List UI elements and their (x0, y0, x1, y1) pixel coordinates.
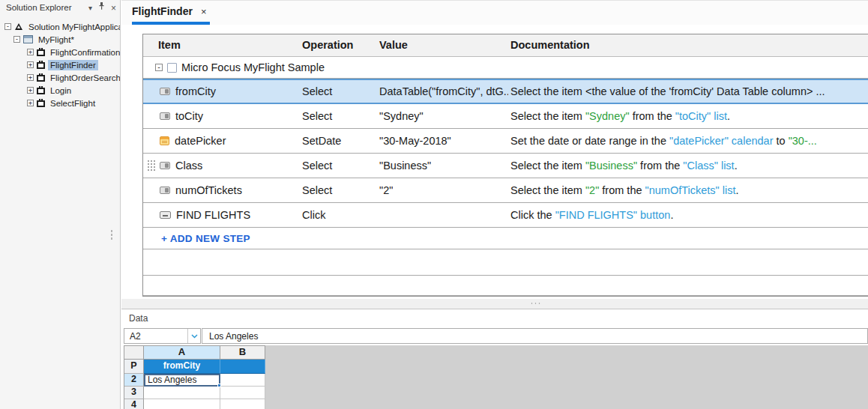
value-cell[interactable]: "Sydney" (379, 110, 424, 122)
value-cell[interactable]: "2" (379, 184, 393, 196)
tab-label: FlightFinder (132, 5, 193, 17)
sidebar-item-label[interactable]: FlightOrderSearch (48, 73, 120, 83)
sidebar-item-label[interactable]: SelectFlight (48, 98, 97, 109)
fill-handle[interactable] (217, 384, 221, 387)
step-row-fromcity[interactable]: fromCitySelectDataTable("fromCity", dtG.… (143, 79, 868, 104)
grid-cell[interactable] (144, 387, 220, 399)
solution-icon (14, 22, 23, 31)
expander-icon[interactable]: + (27, 100, 34, 106)
chevron-down-icon[interactable]: ▾ (88, 3, 92, 13)
operation-cell[interactable]: Select (302, 160, 332, 172)
select-all-corner[interactable] (124, 346, 144, 360)
group-label: Micro Focus MyFlight Sample (181, 61, 325, 73)
close-icon[interactable]: × (111, 3, 116, 13)
operation-cell[interactable]: SetDate (302, 135, 341, 147)
splitter-grip-icon[interactable] (530, 302, 542, 306)
sidebar-item-solution-myflightapplicat[interactable]: -Solution MyFlightApplicat (0, 20, 120, 33)
item-label: fromCity (175, 85, 216, 97)
doc-text: Click the (510, 209, 555, 221)
step-row-datepicker[interactable]: datePickerSetDate"30-May-2018"Set the da… (143, 129, 868, 154)
horizontal-splitter[interactable] (121, 299, 868, 309)
expander-icon[interactable]: - (4, 23, 11, 30)
empty-row (143, 276, 868, 296)
doc-text: . (670, 209, 673, 221)
formula-bar-input[interactable]: Los Angeles (202, 328, 868, 344)
sidebar-item-login[interactable]: +Login (0, 84, 120, 97)
expander-icon[interactable]: - (13, 36, 20, 43)
column-header-a[interactable]: A (144, 346, 220, 360)
operation-cell[interactable]: Select (302, 184, 332, 196)
add-new-step-row[interactable]: + ADD NEW STEP (143, 228, 868, 249)
grid-cell[interactable]: Los Angeles (144, 374, 220, 387)
grid-cell[interactable] (220, 399, 265, 409)
sidebar-item-label[interactable]: FlightFinder (48, 60, 98, 70)
add-new-step-button[interactable]: + ADD NEW STEP (161, 233, 250, 244)
grid-cell[interactable] (220, 360, 265, 374)
grid-cell[interactable]: fromCity (144, 360, 220, 374)
appmodel-icon (37, 49, 45, 56)
value-cell[interactable]: "30-May-2018" (379, 135, 451, 147)
grid-cell[interactable] (144, 399, 220, 409)
sidebar-item-flightconfirmation[interactable]: +FlightConfirmation (0, 46, 120, 58)
tab-flightfinder[interactable]: FlightFinder × (132, 5, 206, 17)
operation-cell[interactable]: Select (302, 85, 332, 97)
window-checkbox-icon[interactable] (167, 63, 177, 73)
item-cell[interactable]: Class (160, 160, 202, 172)
tab-strip: FlightFinder × (121, 0, 868, 25)
step-row-numoftickets[interactable]: numOfTicketsSelect"2"Select the item "2"… (143, 178, 868, 203)
panel-resize-grip[interactable] (110, 229, 113, 241)
row-header-2[interactable]: 2 (124, 374, 144, 387)
expander-icon[interactable]: + (27, 74, 34, 81)
sidebar-item-flightfinder[interactable]: +FlightFinder (0, 58, 120, 71)
documentation-cell: Click the "FIND FLIGHTS" button. (510, 209, 864, 221)
doc-text: Select the item <the value of the 'fromC… (510, 85, 825, 97)
sidebar-item-label[interactable]: MyFlight* (36, 34, 76, 45)
pin-icon[interactable] (98, 2, 105, 13)
row-header-3[interactable]: 3 (124, 387, 144, 399)
sidebar-item-label[interactable]: Login (48, 85, 73, 96)
grid-cell[interactable] (220, 387, 265, 399)
doc-text: "FIND FLIGHTS" button (555, 209, 671, 221)
tab-close-icon[interactable]: × (201, 6, 207, 17)
sidebar-item-label[interactable]: FlightConfirmation (48, 47, 120, 58)
item-cell[interactable]: toCity (160, 110, 203, 122)
item-cell[interactable]: FIND FLIGHTS (160, 209, 250, 221)
doc-text: . (736, 184, 739, 196)
row-header-p[interactable]: P (124, 360, 144, 374)
combo-icon (160, 162, 170, 169)
drag-handle-icon[interactable] (147, 160, 155, 172)
expander-icon[interactable]: + (27, 61, 34, 68)
doc-text: from the (630, 110, 675, 122)
sidebar-item-label[interactable]: Solution MyFlightApplicat (26, 22, 120, 32)
row-header-4[interactable]: 4 (124, 399, 144, 409)
group-row[interactable]: -Micro Focus MyFlight Sample (143, 57, 868, 79)
doc-text: Select the item (510, 160, 585, 172)
sidebar-item-myflight-[interactable]: -MyFlight* (0, 33, 120, 46)
value-cell[interactable]: DataTable("fromCity", dtG... (379, 85, 508, 97)
chevron-down-icon[interactable] (187, 329, 200, 343)
item-cell[interactable]: numOfTickets (160, 184, 242, 196)
item-cell[interactable]: fromCity (160, 85, 216, 97)
sidebar-item-selectflight[interactable]: +SelectFlight (0, 97, 120, 109)
group-cell: -Micro Focus MyFlight Sample (155, 61, 325, 73)
operation-cell[interactable]: Click (302, 209, 325, 221)
documentation-cell: Set the date or date range in the "dateP… (510, 135, 864, 147)
expander-icon[interactable]: + (27, 49, 34, 55)
step-row-find-flights[interactable]: FIND FLIGHTSClickClick the "FIND FLIGHTS… (143, 203, 868, 228)
collapse-icon[interactable]: - (155, 64, 163, 71)
sidebar-item-flightordersearch[interactable]: +FlightOrderSearch (0, 71, 120, 84)
doc-text: "30-... (789, 135, 817, 147)
step-row-tocity[interactable]: toCitySelect"Sydney"Select the item "Syd… (143, 104, 868, 129)
cell-reference-box[interactable]: A2 (124, 328, 201, 344)
documentation-cell: Select the item "Business" from the "Cla… (510, 160, 864, 172)
value-cell[interactable]: "Business" (379, 160, 431, 172)
appmodel-icon (37, 62, 45, 69)
column-header-b[interactable]: B (220, 346, 265, 360)
grid-cell[interactable] (220, 374, 265, 387)
appmodel-icon (37, 88, 45, 94)
item-cell[interactable]: datePicker (160, 135, 226, 147)
steps-table-header: Item Operation Value Documentation (143, 34, 868, 57)
operation-cell[interactable]: Select (302, 110, 332, 122)
step-row-class[interactable]: ClassSelect"Business"Select the item "Bu… (143, 154, 868, 178)
expander-icon[interactable]: + (27, 87, 34, 94)
